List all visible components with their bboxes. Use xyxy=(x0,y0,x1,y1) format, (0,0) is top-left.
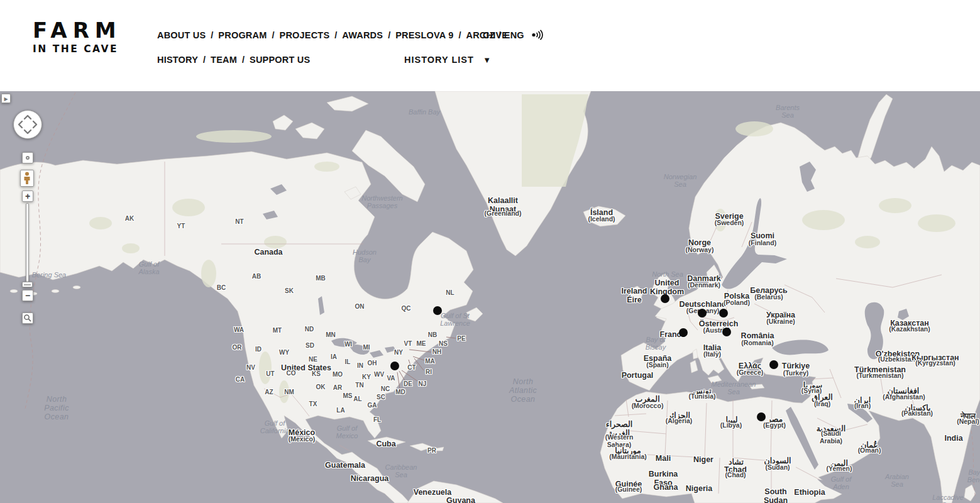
world-map-canvas[interactable]: Baffin BayBarents SeaNorwegian SeaNorth … xyxy=(0,91,980,503)
nav-separator: / xyxy=(458,30,461,40)
overview-lens-button[interactable] xyxy=(22,312,33,324)
site-logo[interactable]: FARM IN THE CAVE xyxy=(33,19,122,55)
map-center-button[interactable] xyxy=(22,152,33,163)
lang-option-eng[interactable]: ENG xyxy=(504,30,524,40)
nav-separator: / xyxy=(498,30,501,40)
pegman-icon xyxy=(23,172,31,185)
center-dot-icon xyxy=(26,156,30,160)
venue-marker-6[interactable] xyxy=(769,360,778,369)
zoom-in-button[interactable]: + xyxy=(22,191,33,202)
venue-marker-9[interactable] xyxy=(390,362,399,370)
magnifier-icon xyxy=(23,314,32,323)
logo-line2: IN THE CAVE xyxy=(33,43,122,55)
nav-separator: / xyxy=(272,30,274,40)
panel-collapse-arrow-icon[interactable]: ▶ xyxy=(1,94,11,103)
nav-item-projects[interactable]: PROJECTS xyxy=(280,30,330,40)
chevron-down-icon: ▼ xyxy=(483,55,491,65)
logo-line1: FARM xyxy=(33,19,122,41)
nav-primary: ABOUT US/PROGRAM/PROJECTS/AWARDS/PRESLOV… xyxy=(157,30,508,41)
venue-marker-3[interactable] xyxy=(719,309,728,318)
venue-marker-7[interactable] xyxy=(757,412,766,421)
nav-item-support-us[interactable]: SUPPORT US xyxy=(250,55,310,65)
sound-toggle-button[interactable] xyxy=(531,30,546,43)
nav-item-awards[interactable]: AWARDS xyxy=(342,30,383,40)
nav-separator: / xyxy=(388,30,390,40)
venue-marker-1[interactable] xyxy=(661,294,669,303)
lang-option-cz[interactable]: CZ xyxy=(483,30,495,40)
nav-item-history[interactable]: HISTORY xyxy=(157,55,198,65)
venue-marker-2[interactable] xyxy=(698,309,707,318)
map-pan-control[interactable] xyxy=(13,110,42,139)
nav-item-program[interactable]: PROGRAM xyxy=(218,30,267,40)
zoom-out-button[interactable]: − xyxy=(22,290,33,301)
history-list-label: HISTORY LIST xyxy=(404,55,474,65)
venue-marker-5[interactable] xyxy=(722,328,731,336)
pan-arrows-icon xyxy=(14,111,41,138)
zoom-slider-handle[interactable] xyxy=(22,282,33,287)
venue-marker-4[interactable] xyxy=(679,328,688,337)
nav-item-team[interactable]: TEAM xyxy=(211,55,237,65)
language-switcher: CZ/ENG xyxy=(483,30,524,41)
nav-separator: / xyxy=(334,30,337,40)
nav-separator: / xyxy=(211,30,213,40)
map-base-layer xyxy=(0,91,980,503)
nav-separator: / xyxy=(242,55,245,65)
zoom-slider-track[interactable] xyxy=(26,203,29,282)
nav-item-about-us[interactable]: ABOUT US xyxy=(157,30,206,40)
nav-separator: / xyxy=(203,55,206,65)
slider-grip-icon xyxy=(24,284,31,285)
venue-marker-8[interactable] xyxy=(433,306,442,315)
sound-icon xyxy=(531,31,546,42)
nav-item-preslova-9[interactable]: PRESLOVA 9 xyxy=(395,30,453,40)
street-view-pegman[interactable] xyxy=(20,170,34,187)
history-list-dropdown[interactable]: HISTORY LIST ▼ xyxy=(404,54,491,65)
nav-secondary: HISTORY/TEAM/SUPPORT US xyxy=(157,54,310,65)
site-header: FARM IN THE CAVE ABOUT US/PROGRAM/PROJEC… xyxy=(0,0,980,91)
